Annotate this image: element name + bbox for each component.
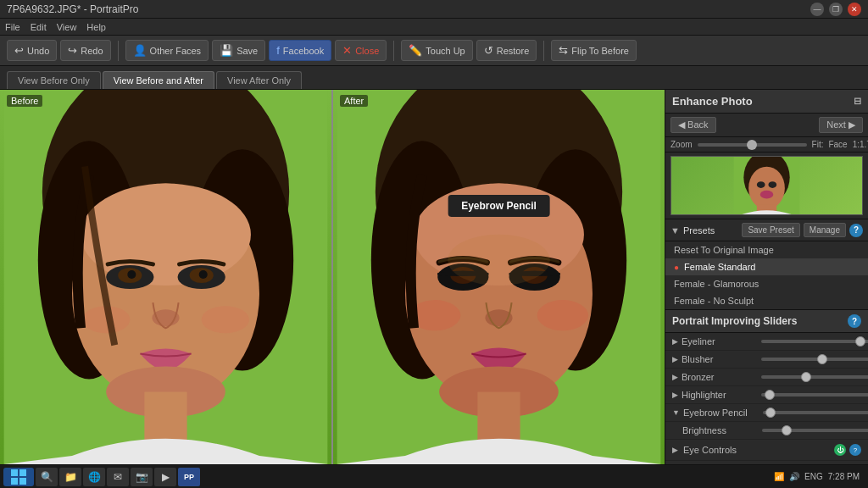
menu-file[interactable]: File — [5, 22, 20, 32]
tab-before-only[interactable]: View Before Only — [7, 71, 101, 89]
taskbar-file-explorer[interactable]: 📁 — [59, 468, 81, 486]
close-file-icon: ✕ — [342, 44, 352, 57]
sliders-title: Portrait Improving Sliders — [672, 315, 797, 327]
blusher-expand[interactable]: ▶ — [672, 355, 678, 363]
system-tray: 📶 🔊 ENG 7:28 PM — [769, 471, 865, 482]
svg-point-36 — [757, 181, 765, 188]
zoom-face: Face — [828, 140, 847, 149]
svg-point-38 — [760, 191, 774, 199]
menu-edit[interactable]: Edit — [31, 22, 47, 32]
save-icon: 💾 — [220, 44, 233, 57]
taskbar-search[interactable]: 🔍 — [36, 468, 58, 486]
time-display: 7:28 PM — [828, 471, 860, 482]
taskbar-mail[interactable]: ✉ — [107, 468, 129, 486]
presets-help-button[interactable]: ? — [849, 224, 863, 237]
presets-header: ▼ Presets Save Preset Manage ? — [665, 219, 868, 241]
eye-controls-label: Eye Controls — [683, 445, 831, 455]
eyeliner-slider[interactable] — [761, 340, 868, 343]
preset-female-glamorous[interactable]: Female - Glamorous — [665, 275, 868, 292]
sliders-help-button[interactable]: ? — [848, 314, 861, 328]
slider-row-brightness: Brightness 20 — [665, 422, 868, 440]
zoom-row: Zoom Fit: Face 1:1.73 — [665, 137, 868, 152]
eye-controls-power-button[interactable]: ⏻ — [834, 444, 846, 456]
preset-female-standard[interactable]: ● Female Standard — [665, 258, 868, 275]
svg-rect-32 — [477, 392, 520, 443]
menu-help[interactable]: Help — [86, 22, 106, 32]
menubar: File Edit View Help — [0, 19, 868, 36]
taskbar: 🔍 📁 🌐 ✉ 📷 ▶ PP 📶 🔊 ENG 7:28 PM — [0, 464, 868, 488]
taskbar-media[interactable]: ▶ — [154, 468, 176, 486]
svg-point-5 — [81, 184, 251, 286]
bronzer-label: Bronzer — [682, 372, 758, 382]
taskbar-portraitpro[interactable]: PP — [178, 468, 200, 486]
svg-rect-42 — [11, 478, 18, 485]
highlighter-slider[interactable] — [761, 393, 868, 396]
preset-active-icon: ● — [674, 263, 679, 272]
save-button[interactable]: 💾 Save — [212, 40, 265, 61]
undo-button[interactable]: ↩ Undo — [7, 40, 57, 61]
other-faces-button[interactable]: 👤 Other Faces — [125, 40, 209, 61]
menu-view[interactable]: View — [57, 22, 77, 32]
eyebrow-pencil-tooltip: Eyebrow Pencil — [448, 195, 550, 217]
flip-icon: ⇆ — [559, 44, 568, 57]
system-clock: 7:28 PM — [828, 471, 860, 482]
restore-button[interactable]: ❐ — [829, 3, 843, 16]
toolbar-separator-3 — [543, 41, 544, 61]
preset-reset[interactable]: Reset To Original Image — [665, 241, 868, 258]
touch-up-button[interactable]: ✏️ Touch Up — [401, 40, 472, 61]
tray-lang[interactable]: ENG — [804, 472, 823, 481]
enhance-photo-title: Enhance Photo — [672, 95, 753, 108]
save-preset-button[interactable]: Save Preset — [742, 223, 799, 237]
eyeliner-expand[interactable]: ▶ — [672, 337, 678, 346]
restore-button-tb[interactable]: ↺ Restore — [476, 40, 537, 61]
flip-button[interactable]: ⇆ Flip To Before — [551, 40, 637, 61]
preset-female-nosculpt[interactable]: Female - No Sculpt — [665, 292, 868, 309]
highlighter-expand[interactable]: ▶ — [672, 391, 678, 399]
main-content: Before — [0, 90, 868, 464]
svg-rect-16 — [144, 392, 186, 443]
back-button[interactable]: ◀ Back — [670, 117, 716, 133]
tab-after-only[interactable]: View After Only — [216, 71, 302, 89]
window-controls: — ❐ ✕ — [810, 3, 861, 16]
sliders-header: Portrait Improving Sliders ? — [665, 310, 868, 333]
eyebrow-expand[interactable]: ▼ — [672, 408, 680, 417]
after-photo — [333, 90, 665, 464]
tab-before-after[interactable]: View Before and After — [103, 71, 214, 89]
minimize-button[interactable]: — — [810, 3, 824, 16]
eye-controls-row[interactable]: ▶ Eye Controls ⏻ ? — [665, 440, 868, 461]
eye-controls-help-button[interactable]: ? — [849, 444, 861, 456]
facebook-button[interactable]: f Facebook — [269, 40, 331, 61]
before-panel: Before — [0, 90, 331, 464]
blusher-slider[interactable] — [761, 358, 868, 361]
after-label: After — [340, 95, 368, 107]
eyeliner-label: Eyeliner — [682, 336, 758, 347]
svg-point-30 — [448, 235, 550, 286]
touch-up-icon: ✏️ — [409, 44, 422, 57]
zoom-ratio: 1:1.73 — [853, 140, 868, 149]
bronzer-expand[interactable]: ▶ — [672, 373, 678, 381]
eyebrow-slider[interactable] — [763, 411, 868, 414]
start-button[interactable] — [3, 468, 34, 486]
taskbar-camera[interactable]: 📷 — [131, 468, 153, 486]
slider-row-bronzer: ▶ Bronzer 40 — [665, 369, 868, 386]
after-panel: After Eyebrow Pencil — [331, 90, 665, 464]
undo-icon: ↩ — [14, 44, 24, 57]
redo-icon: ↪ — [68, 44, 77, 57]
zoom-slider[interactable] — [698, 143, 807, 147]
manage-button[interactable]: Manage — [804, 223, 846, 237]
photo-area: Before — [0, 90, 665, 464]
close-file-button[interactable]: ✕ Close — [335, 40, 387, 61]
svg-rect-40 — [11, 469, 18, 476]
redo-button[interactable]: ↪ Redo — [60, 40, 110, 61]
tray-network: 📶 — [774, 472, 784, 481]
titlebar: 7P6A9632.JPG* - PortraitPro — ❐ ✕ — [0, 0, 868, 19]
taskbar-browser[interactable]: 🌐 — [83, 468, 105, 486]
presets-label: ▼ Presets — [670, 225, 738, 236]
before-label: Before — [7, 95, 42, 107]
brightness-slider[interactable] — [762, 429, 868, 432]
close-button[interactable]: ✕ — [848, 3, 861, 16]
next-button[interactable]: Next ▶ — [819, 117, 863, 133]
bronzer-slider[interactable] — [761, 375, 868, 379]
faces-icon: 👤 — [133, 44, 147, 57]
svg-point-37 — [768, 181, 776, 188]
